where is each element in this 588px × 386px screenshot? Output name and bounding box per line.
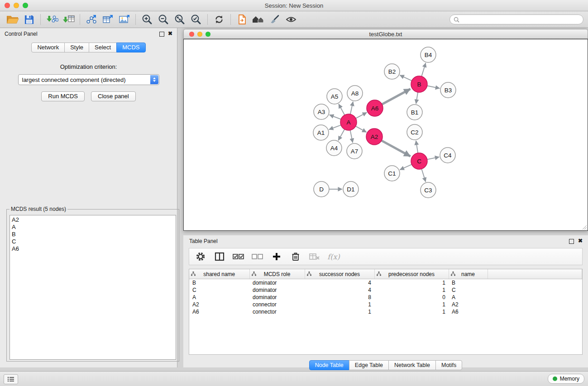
cell-shared-name[interactable]: C [189, 286, 249, 294]
mcds-result-item[interactable]: B [12, 231, 174, 238]
node-table-row[interactable]: A2connector11A2 [189, 301, 582, 308]
graph-node-C[interactable]: C [411, 153, 427, 169]
column-header-shared-name[interactable]: shared name [189, 269, 249, 279]
unselect-all-icon[interactable] [252, 251, 263, 262]
cell-shared-name[interactable]: A2 [189, 301, 249, 308]
window-resize-grip[interactable] [582, 224, 587, 230]
edge-C-C3[interactable] [421, 169, 425, 182]
edge-B-B4[interactable] [421, 63, 425, 76]
import-network-icon[interactable] [44, 13, 60, 26]
cell-name[interactable]: A [449, 294, 488, 301]
home-icon[interactable] [250, 13, 267, 26]
column-header-successor-nodes[interactable]: successor nodes [305, 269, 374, 279]
optimization-criterion-select[interactable]: largest connected component (directed) [18, 74, 159, 85]
cell-mcds-role[interactable]: dominator [249, 294, 305, 301]
node-table-row[interactable]: Adominator80A [189, 294, 582, 301]
table-close-panel-icon[interactable]: ✖ [578, 238, 583, 244]
show-panel-list-button[interactable] [4, 374, 18, 384]
cell-mcds-role[interactable]: dominator [249, 279, 305, 287]
delete-icon[interactable] [290, 251, 301, 262]
cell-successor-nodes[interactable]: 1 [305, 301, 374, 308]
edge-A-A3[interactable] [330, 115, 341, 119]
tab-node-table[interactable]: Node Table [309, 360, 349, 370]
graph-node-C4[interactable]: C4 [440, 148, 455, 163]
edge-A-A6[interactable] [356, 112, 367, 118]
select-all-icon[interactable] [233, 251, 244, 262]
edge-C-C2[interactable] [416, 141, 418, 153]
graph-node-A8[interactable]: A8 [347, 86, 363, 101]
cell-shared-name[interactable]: A [189, 294, 249, 301]
graph-node-D1[interactable]: D1 [343, 181, 359, 197]
import-table-icon[interactable] [60, 13, 76, 26]
zoom-in-icon[interactable] [139, 13, 155, 26]
cell-predecessor-nodes[interactable]: 1 [374, 279, 449, 287]
refresh-icon[interactable] [211, 13, 227, 26]
save-session-icon[interactable] [21, 13, 37, 26]
graph-node-A4[interactable]: A4 [326, 140, 342, 156]
cell-predecessor-nodes[interactable]: 1 [374, 308, 449, 315]
cell-name[interactable]: A2 [449, 301, 488, 308]
node-table-row[interactable]: Cdominator41C [189, 286, 582, 294]
cell-mcds-role[interactable]: connector [249, 301, 305, 308]
open-session-icon[interactable] [5, 13, 21, 26]
edge-B-B2[interactable] [400, 75, 411, 81]
mcds-result-list[interactable]: A2ABCA6 [10, 215, 176, 360]
node-table-row[interactable]: Bdominator41B [189, 279, 582, 287]
export-image-icon[interactable] [116, 13, 132, 26]
cell-predecessor-nodes[interactable]: 1 [374, 286, 449, 294]
zoom-out-icon[interactable] [155, 13, 172, 26]
open-document-icon[interactable] [234, 13, 250, 26]
graph-node-C1[interactable]: C1 [384, 166, 400, 181]
edge-A-A5[interactable] [339, 104, 344, 115]
cell-predecessor-nodes[interactable]: 1 [374, 301, 449, 308]
run-mcds-button[interactable]: Run MCDS [41, 91, 85, 101]
mcds-result-item[interactable]: C [12, 238, 174, 245]
edge-B-B1[interactable] [416, 92, 418, 104]
toolbar-search[interactable] [449, 14, 583, 24]
mcds-result-item[interactable]: A [12, 224, 174, 231]
cell-shared-name[interactable]: B [189, 279, 249, 287]
cell-successor-nodes[interactable]: 4 [305, 286, 374, 294]
tab-mcds[interactable]: MCDS [116, 43, 145, 52]
graph-node-D[interactable]: D [314, 181, 329, 197]
edge-A2-C[interactable] [382, 141, 411, 157]
cell-name[interactable]: B [449, 279, 488, 287]
tab-motifs[interactable]: Motifs [435, 360, 462, 370]
export-table-icon[interactable] [100, 13, 116, 26]
float-panel-icon[interactable] [159, 32, 164, 37]
node-table-row[interactable]: A6connector11A6 [189, 308, 582, 315]
table-float-panel-icon[interactable] [569, 239, 574, 244]
add-row-icon[interactable] [271, 251, 282, 262]
edge-A-A7[interactable] [350, 130, 353, 143]
graph-node-B2[interactable]: B2 [384, 64, 400, 79]
graph-node-B3[interactable]: B3 [440, 82, 456, 98]
cell-predecessor-nodes[interactable]: 0 [374, 294, 449, 301]
edge-A-A2[interactable] [356, 126, 367, 132]
graph-node-C2[interactable]: C2 [407, 124, 422, 140]
cell-successor-nodes[interactable]: 1 [305, 308, 374, 315]
graph-node-A[interactable]: A [340, 114, 357, 130]
memory-button[interactable]: Memory [548, 374, 584, 384]
edge-C-C4[interactable] [427, 157, 440, 160]
graph-node-A2[interactable]: A2 [366, 129, 382, 145]
mcds-result-item[interactable]: A2 [12, 216, 174, 224]
close-panel-button[interactable]: Close panel [91, 91, 136, 101]
network-canvas[interactable]: B4B2BB3A8A5A6B1A3AA1C2A2A4A7C4CC1DD1C3 [183, 39, 588, 231]
cell-shared-name[interactable]: A6 [189, 308, 249, 315]
mcds-result-item[interactable]: A6 [12, 245, 174, 253]
eye-icon[interactable] [283, 13, 299, 26]
graph-node-C3[interactable]: C3 [421, 182, 436, 198]
tab-network-table[interactable]: Network Table [388, 360, 436, 370]
cell-successor-nodes[interactable]: 8 [305, 294, 374, 301]
graph-node-A6[interactable]: A6 [367, 100, 383, 116]
search-input[interactable] [462, 16, 579, 24]
tab-style[interactable]: Style [64, 43, 89, 52]
edge-A-A1[interactable] [329, 125, 341, 129]
cell-mcds-role[interactable]: dominator [249, 286, 305, 294]
close-panel-icon[interactable]: ✖ [168, 30, 172, 37]
graph-node-A3[interactable]: A3 [314, 104, 329, 119]
cell-mcds-role[interactable]: connector [249, 308, 305, 315]
cell-name[interactable]: C [449, 286, 488, 294]
edge-A-A8[interactable] [350, 102, 353, 114]
graph-node-A7[interactable]: A7 [347, 143, 362, 159]
